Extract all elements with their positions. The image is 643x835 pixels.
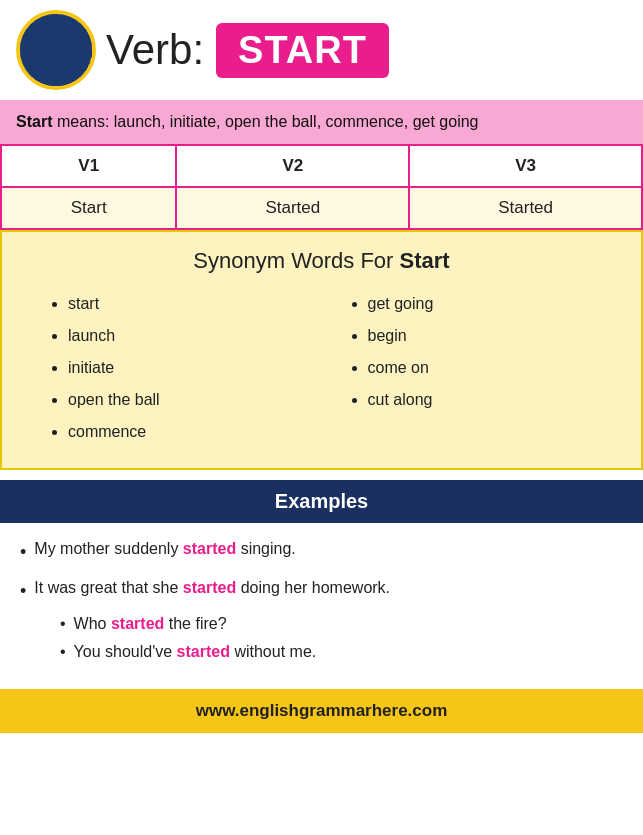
bullet-icon: • [60, 615, 66, 633]
example-prefix: You should've [74, 643, 177, 660]
synonym-col-1: start launch initiate open the ball comm… [22, 288, 322, 448]
example-suffix: without me. [230, 643, 316, 660]
synonym-item: cut along [368, 384, 612, 416]
bullet-icon: • [20, 578, 26, 605]
example-highlight: started [183, 540, 236, 557]
example-item-3: • Who started the fire? [20, 615, 623, 633]
example-text-3: Who started the fire? [74, 615, 227, 633]
example-text-2: It was great that she started doing her … [34, 576, 623, 600]
example-item-4: • You should've started without me. [20, 643, 623, 661]
col-v3: V3 [409, 145, 642, 187]
col-v1: V1 [1, 145, 176, 187]
synonym-item: launch [68, 320, 312, 352]
examples-body: • My mother suddenly started singing. • … [0, 523, 643, 685]
example-prefix: Who [74, 615, 111, 632]
footer: www.englishgrammarhere.com [0, 689, 643, 733]
synonym-item: start [68, 288, 312, 320]
bullet-icon: • [20, 539, 26, 566]
example-suffix: doing her homework. [236, 579, 390, 596]
example-highlight: started [111, 615, 164, 632]
logo: 🎓 💡 English Grammar Here.Com [16, 10, 96, 90]
synonym-col-2: get going begin come on cut along [322, 288, 622, 448]
start-word-badge: START [216, 23, 389, 78]
example-text-4: You should've started without me. [74, 643, 317, 661]
col-v2: V2 [176, 145, 409, 187]
example-item-1: • My mother suddenly started singing. [20, 537, 623, 566]
synonym-title: Synonym Words For Start [22, 248, 621, 274]
meaning-bold: Start [16, 113, 52, 130]
example-text-1: My mother suddenly started singing. [34, 537, 623, 561]
verb-label: Verb: [106, 26, 204, 74]
meaning-bar: Start means: launch, initiate, open the … [0, 100, 643, 144]
synonym-item: commence [68, 416, 312, 448]
example-suffix: the fire? [164, 615, 226, 632]
example-suffix: singing. [236, 540, 296, 557]
v3-value: Started [409, 187, 642, 229]
meaning-rest: means: launch, initiate, open the ball, … [52, 113, 478, 130]
v2-value: Started [176, 187, 409, 229]
example-prefix: It was great that she [34, 579, 183, 596]
footer-url: www.englishgrammarhere.com [196, 701, 448, 720]
example-item-2: • It was great that she started doing he… [20, 576, 623, 605]
synonym-title-bold: Start [400, 248, 450, 273]
example-highlight: started [177, 643, 230, 660]
header-title: Verb: START [106, 23, 627, 78]
synonym-title-normal: Synonym Words For [193, 248, 399, 273]
synonym-box: Synonym Words For Start start launch ini… [0, 230, 643, 470]
verb-forms-table: V1 V2 V3 Start Started Started [0, 144, 643, 230]
example-highlight: started [183, 579, 236, 596]
header: 🎓 💡 English Grammar Here.Com Verb: START [0, 0, 643, 100]
synonym-item: come on [368, 352, 612, 384]
synonym-columns: start launch initiate open the ball comm… [22, 288, 621, 448]
synonym-item: begin [368, 320, 612, 352]
examples-header: Examples [0, 480, 643, 523]
synonym-item: get going [368, 288, 612, 320]
synonym-item: open the ball [68, 384, 312, 416]
example-prefix: My mother suddenly [34, 540, 183, 557]
bullet-icon: • [60, 643, 66, 661]
synonym-item: initiate [68, 352, 312, 384]
v1-value: Start [1, 187, 176, 229]
